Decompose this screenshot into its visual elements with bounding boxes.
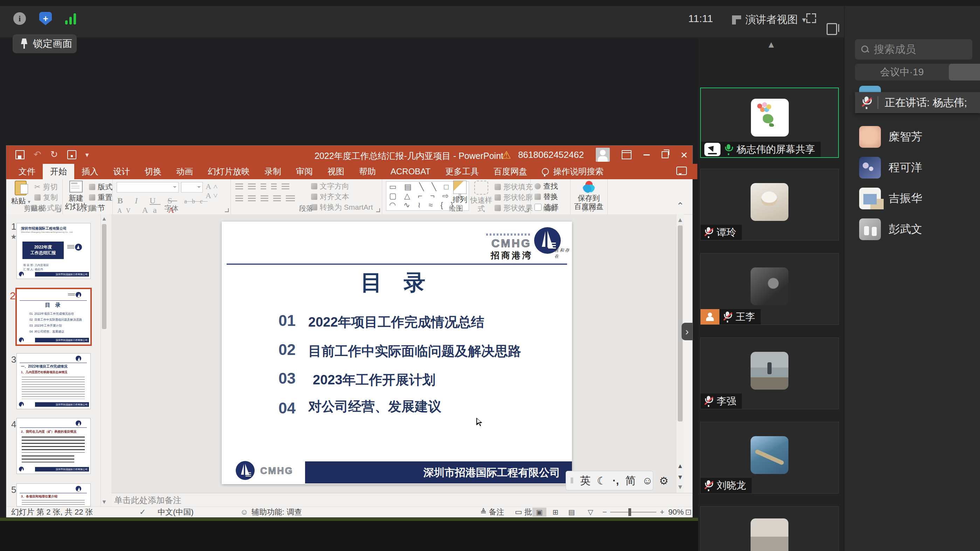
find-button[interactable]: 查找 xyxy=(535,181,558,191)
align-text-button[interactable]: 对齐文本 xyxy=(311,192,349,202)
copy-button[interactable]: 复制 xyxy=(34,192,58,202)
member-row[interactable]: 彭武文 xyxy=(859,218,922,240)
tab-transitions[interactable]: 切换 xyxy=(137,164,169,179)
restore-button[interactable] xyxy=(662,151,669,158)
tab-baidu-netdisk[interactable]: 百度网盘 xyxy=(486,164,535,179)
save-icon[interactable] xyxy=(16,150,24,159)
reset-button[interactable]: 重置 xyxy=(89,192,113,202)
ime-drag-handle[interactable]: ‖ xyxy=(570,476,574,486)
redo-icon[interactable]: ↻ xyxy=(51,149,58,160)
collapse-filmstrip-icon[interactable]: ▲ xyxy=(767,39,776,50)
prev-slide-icon[interactable]: ▲ xyxy=(676,462,684,470)
thumbnail-slide-2[interactable]: 目 录 01 2022年项目工作完成情况总结 02 目前工作中实际面临问题及解决… xyxy=(17,289,91,345)
member-row[interactable]: 糜智芳 xyxy=(859,126,922,148)
qat-caret-icon[interactable]: ▾ xyxy=(86,151,89,159)
thumb-scroll-down-icon[interactable]: ▼ xyxy=(101,499,108,505)
notes-toggle[interactable]: ≜ 备注 xyxy=(480,507,504,518)
view-mode-dropdown[interactable]: 演讲者视图 ▾ xyxy=(732,13,806,27)
font-size-select[interactable] xyxy=(181,182,203,192)
video-tile-tanling[interactable]: 谭玲 xyxy=(700,169,839,240)
ime-settings-icon[interactable]: ⚙ xyxy=(659,475,669,487)
undo-icon[interactable]: ↶ xyxy=(33,149,41,160)
reading-view-button[interactable]: ▤ xyxy=(565,508,579,517)
tab-home[interactable]: 开始 xyxy=(43,164,74,179)
comments-icon[interactable] xyxy=(676,167,687,175)
cut-button[interactable]: ✂剪切 xyxy=(34,182,58,192)
layout-button[interactable]: 版式 xyxy=(89,182,113,192)
thumbnail-slide-3[interactable]: 一、2022年项目工作完成情况 1、几内亚西芒杜铁路项目总体情况 深圳市招港国际… xyxy=(17,354,91,409)
paste-button[interactable]: 粘贴 ▾ xyxy=(10,181,32,206)
tab-help[interactable]: 帮助 xyxy=(352,164,383,179)
normal-view-button[interactable]: ▣ xyxy=(532,508,546,517)
zoom-out-button[interactable]: − xyxy=(603,507,607,518)
tab-insert[interactable]: 插入 xyxy=(74,164,106,179)
video-tile-screenshare[interactable]: 杨志伟的屏幕共享 xyxy=(700,87,839,158)
side-panel-icon[interactable] xyxy=(827,23,837,35)
tab-file[interactable]: 文件 xyxy=(11,164,43,179)
zoom-percent[interactable]: 90% xyxy=(668,507,684,518)
video-tile-liqiang[interactable]: 李强 xyxy=(700,337,839,409)
tab-review[interactable]: 审阅 xyxy=(289,164,320,179)
zoom-slider[interactable] xyxy=(610,512,656,513)
shape-fill-button[interactable]: 形状填充 xyxy=(495,182,533,192)
thumbnail-scrollbar[interactable]: ▲ ▼ xyxy=(100,214,108,507)
minimize-button[interactable] xyxy=(643,154,650,156)
account-id[interactable]: 8618062452462 xyxy=(518,149,584,160)
notes-area[interactable]: 单击此处添加备注 xyxy=(111,493,692,507)
close-button[interactable]: × xyxy=(681,148,687,162)
video-tile-partial[interactable] xyxy=(700,506,839,551)
video-tile-liuxiaolong[interactable]: 刘晓龙 xyxy=(700,422,839,494)
ime-lang-en[interactable]: 英 xyxy=(580,474,590,488)
thumb-scroll-up-icon[interactable]: ▲ xyxy=(101,216,108,222)
editor-scroll-down-icon[interactable]: ▼ xyxy=(676,483,684,491)
fit-to-window-icon[interactable]: ⊡ xyxy=(685,507,691,518)
ppt-titlebar[interactable]: ↶ ↻ ▾ 2022年度工作总结汇报-几内亚项目 - PowerPoint ⚠ … xyxy=(6,146,692,164)
expand-panel-handle[interactable]: › xyxy=(682,323,692,340)
slide-sorter-view-button[interactable]: ⊞ xyxy=(549,508,563,517)
editor-scroll-up-icon[interactable]: ▲ xyxy=(676,216,684,224)
member-search-input[interactable]: 搜索成员 xyxy=(855,39,972,59)
start-slideshow-icon[interactable] xyxy=(67,150,76,159)
font-dialog-launcher[interactable] xyxy=(225,208,229,212)
ime-simplified[interactable]: 简 xyxy=(625,474,636,488)
member-row[interactable]: 程可洋 xyxy=(859,157,922,178)
accessibility-status[interactable]: 辅助功能: 调查 xyxy=(251,507,302,518)
list-buttons[interactable] xyxy=(235,183,294,191)
member-tabs[interactable]: 会议中·19 xyxy=(855,64,980,81)
tell-me-search[interactable]: 操作说明搜索 xyxy=(535,164,611,179)
ime-moon-icon[interactable]: ☾ xyxy=(597,475,606,487)
thumbnail-slide-5[interactable]: 3、各项目间地理位置介绍 xyxy=(17,484,91,506)
paragraph-dialog-launcher[interactable] xyxy=(376,208,380,212)
account-avatar[interactable] xyxy=(596,148,610,162)
video-tile-wangli[interactable]: 王李 xyxy=(700,253,839,325)
clipboard-dialog-launcher[interactable] xyxy=(57,208,60,212)
ime-emoji-icon[interactable]: ☺ xyxy=(642,475,653,487)
shape-outline-button[interactable]: 形状轮廓 xyxy=(495,192,533,202)
quick-access-toolbar[interactable]: ↶ ↻ ▾ xyxy=(16,149,89,160)
align-buttons[interactable] xyxy=(235,195,300,203)
collapse-ribbon-icon[interactable]: ⌃ xyxy=(676,200,684,211)
language-status[interactable]: 中文(中国) xyxy=(158,507,194,518)
tab-more-tools[interactable]: 更多工具 xyxy=(438,164,486,179)
tab-acrobat[interactable]: ACROBAT xyxy=(383,164,438,179)
fullscreen-icon[interactable] xyxy=(806,13,816,23)
tab-not-joined[interactable] xyxy=(949,64,980,81)
thumbnail-slide-4[interactable]: 2、我司在几内亚（矿）承接的项目情况 深圳市招港国际工程有限公司 xyxy=(17,418,91,474)
spellcheck-icon[interactable]: ✓ xyxy=(139,507,146,518)
tab-design[interactable]: 设计 xyxy=(106,164,137,179)
tab-view[interactable]: 视图 xyxy=(320,164,352,179)
ime-punct-icon[interactable]: ·, xyxy=(612,475,619,487)
slide-canvas[interactable]: CMHG 招商港湾 宫和存在 目 录 01 2022年项目工作完成情况总结 02… xyxy=(222,222,572,484)
font-name-select[interactable] xyxy=(117,182,179,192)
lock-view-button[interactable]: 锁定画面 xyxy=(13,34,77,53)
info-icon[interactable]: i xyxy=(13,12,26,25)
slideshow-view-button[interactable]: ▽ xyxy=(584,508,598,517)
text-direction-button[interactable]: 文字方向 xyxy=(311,181,349,191)
tab-in-meeting[interactable]: 会议中·19 xyxy=(855,64,949,81)
tab-record[interactable]: 录制 xyxy=(257,164,289,179)
tab-animations[interactable]: 动画 xyxy=(169,164,200,179)
tab-slideshow[interactable]: 幻灯片放映 xyxy=(200,164,257,179)
ribbon-display-options-icon[interactable] xyxy=(622,150,632,159)
drawing-dialog-launcher[interactable] xyxy=(525,208,528,212)
zoom-in-button[interactable]: + xyxy=(660,507,664,518)
